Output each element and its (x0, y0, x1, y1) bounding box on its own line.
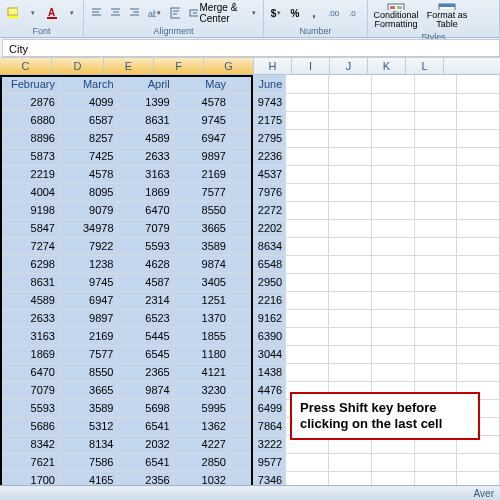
data-cell[interactable] (371, 147, 414, 165)
data-cell[interactable]: 6587 (59, 111, 118, 129)
data-cell[interactable]: 1370 (173, 309, 229, 327)
header-cell[interactable] (457, 75, 500, 93)
data-cell[interactable] (457, 453, 500, 471)
data-cell[interactable] (286, 237, 329, 255)
data-cell[interactable] (371, 129, 414, 147)
data-cell[interactable]: 3163 (117, 165, 173, 183)
data-cell[interactable] (371, 453, 414, 471)
data-cell[interactable]: 6499 (230, 399, 286, 417)
data-cell[interactable]: 4628 (117, 255, 173, 273)
data-cell[interactable]: 1238 (59, 255, 118, 273)
data-cell[interactable]: 9162 (230, 309, 286, 327)
data-cell[interactable]: 9745 (173, 111, 229, 129)
data-cell[interactable]: 2175 (230, 111, 286, 129)
data-cell[interactable]: 9577 (230, 453, 286, 471)
format-as-table-button[interactable]: Format as Table (423, 1, 471, 31)
percent-button[interactable]: % (287, 5, 303, 21)
col-header-C[interactable]: C (0, 58, 52, 74)
data-cell[interactable] (371, 363, 414, 381)
data-cell[interactable]: 7976 (230, 183, 286, 201)
data-cell[interactable] (457, 273, 500, 291)
data-cell[interactable]: 8634 (230, 237, 286, 255)
data-cell[interactable]: 6541 (117, 453, 173, 471)
data-cell[interactable]: 8095 (59, 183, 118, 201)
data-cell[interactable]: 4476 (230, 381, 286, 399)
data-cell[interactable]: 6541 (117, 417, 173, 435)
col-header-I[interactable]: I (292, 58, 330, 74)
data-cell[interactable]: 5312 (59, 417, 118, 435)
data-cell[interactable] (457, 147, 500, 165)
data-cell[interactable]: 5698 (117, 399, 173, 417)
data-cell[interactable] (371, 237, 414, 255)
data-cell[interactable]: 5847 (0, 219, 59, 237)
data-cell[interactable] (329, 219, 372, 237)
header-cell[interactable]: May (173, 75, 229, 93)
header-cell[interactable] (286, 75, 329, 93)
data-cell[interactable]: 7425 (59, 147, 118, 165)
data-cell[interactable] (457, 255, 500, 273)
orientation-button[interactable]: ab (145, 5, 164, 21)
data-cell[interactable] (414, 183, 457, 201)
data-cell[interactable] (329, 237, 372, 255)
data-cell[interactable]: 4587 (117, 273, 173, 291)
data-cell[interactable] (286, 309, 329, 327)
data-cell[interactable]: 7079 (117, 219, 173, 237)
data-cell[interactable] (329, 255, 372, 273)
data-cell[interactable]: 2876 (0, 93, 59, 111)
data-cell[interactable] (286, 363, 329, 381)
data-cell[interactable] (329, 111, 372, 129)
data-cell[interactable] (414, 147, 457, 165)
data-cell[interactable]: 2169 (59, 327, 118, 345)
data-cell[interactable]: 7577 (173, 183, 229, 201)
data-cell[interactable]: 3665 (173, 219, 229, 237)
data-cell[interactable]: 8257 (59, 129, 118, 147)
data-cell[interactable] (457, 219, 500, 237)
data-cell[interactable] (457, 309, 500, 327)
data-cell[interactable]: 1362 (173, 417, 229, 435)
data-cell[interactable] (414, 237, 457, 255)
merge-center-button[interactable]: Merge & Center (186, 5, 259, 21)
data-cell[interactable]: 6548 (230, 255, 286, 273)
data-cell[interactable]: 2236 (230, 147, 286, 165)
header-cell[interactable]: March (59, 75, 118, 93)
data-cell[interactable] (286, 345, 329, 363)
comma-button[interactable]: , (306, 5, 322, 21)
data-cell[interactable] (286, 111, 329, 129)
fill-color-dropdown[interactable] (24, 5, 40, 21)
data-cell[interactable] (414, 255, 457, 273)
data-cell[interactable]: 9745 (59, 273, 118, 291)
fill-color-button[interactable] (4, 5, 21, 21)
align-bottom-button[interactable] (126, 5, 142, 21)
data-cell[interactable] (286, 201, 329, 219)
data-cell[interactable] (329, 453, 372, 471)
data-cell[interactable] (414, 363, 457, 381)
data-cell[interactable] (457, 165, 500, 183)
data-cell[interactable]: 3163 (0, 327, 59, 345)
column-headers[interactable]: CDEFGHIJKL (0, 58, 500, 75)
data-cell[interactable] (286, 327, 329, 345)
data-cell[interactable] (414, 273, 457, 291)
data-cell[interactable]: 6470 (117, 201, 173, 219)
col-header-E[interactable]: E (104, 58, 154, 74)
font-color-dropdown[interactable] (63, 5, 79, 21)
col-header-J[interactable]: J (330, 58, 368, 74)
data-cell[interactable]: 6390 (230, 327, 286, 345)
data-cell[interactable] (414, 93, 457, 111)
data-cell[interactable] (286, 453, 329, 471)
data-cell[interactable]: 6947 (173, 129, 229, 147)
decrease-decimal-button[interactable]: .0 (346, 5, 364, 21)
data-cell[interactable] (371, 273, 414, 291)
header-cell[interactable] (371, 75, 414, 93)
data-cell[interactable] (329, 345, 372, 363)
data-cell[interactable]: 7621 (0, 453, 59, 471)
align-middle-button[interactable] (107, 5, 123, 21)
increase-decimal-button[interactable]: .00 (325, 5, 343, 21)
data-cell[interactable] (371, 327, 414, 345)
data-cell[interactable]: 4589 (0, 291, 59, 309)
data-cell[interactable]: 9079 (59, 201, 118, 219)
data-cell[interactable] (286, 219, 329, 237)
data-cell[interactable] (286, 165, 329, 183)
data-cell[interactable] (329, 309, 372, 327)
data-cell[interactable]: 4004 (0, 183, 59, 201)
data-cell[interactable]: 8550 (59, 363, 118, 381)
